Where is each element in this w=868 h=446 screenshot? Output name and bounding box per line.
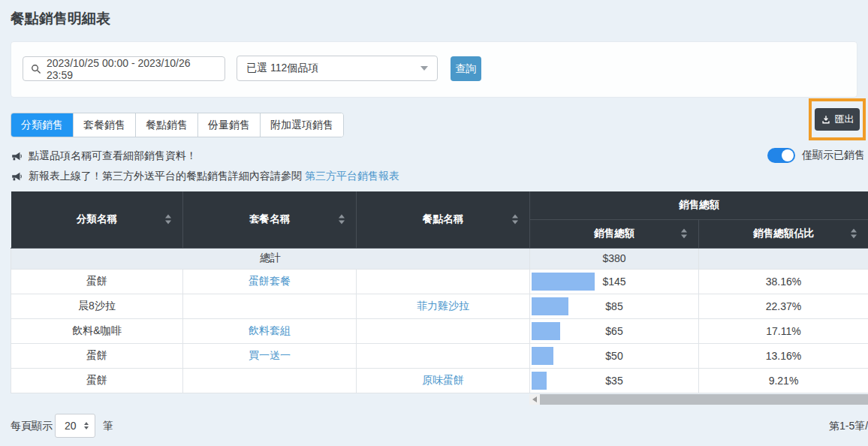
sales-table: 分類名稱 套餐名稱 餐點名稱 銷售總額 銷售總額 xyxy=(11,191,868,393)
cell-combo-link[interactable]: 蛋餅套餐 xyxy=(183,269,357,294)
cell-category: 蛋餅 xyxy=(11,343,183,368)
header-sales-group: 銷售總額 xyxy=(530,191,868,219)
sold-only-toggle[interactable] xyxy=(767,148,795,163)
notice-new-report-text: 新報表上線了！第三方外送平台的餐點銷售詳細內容請參閱 xyxy=(29,170,302,183)
cell-amount: $145 xyxy=(530,269,699,294)
cell-combo-link[interactable] xyxy=(183,368,357,393)
stepper-icon[interactable] xyxy=(84,422,89,429)
tab-category-sales[interactable]: 分類銷售 xyxy=(11,113,74,137)
report-tabs: 分類銷售 套餐銷售 餐點銷售 份量銷售 附加選項銷售 xyxy=(11,113,344,137)
tab-item-sales[interactable]: 餐點銷售 xyxy=(136,113,198,137)
cell-item-link[interactable]: 菲力雞沙拉 xyxy=(357,294,530,318)
sales-bar xyxy=(532,372,547,390)
table-row: 飲料&咖啡 飲料套組 $65 17.11% xyxy=(11,318,868,343)
tab-combo-sales[interactable]: 套餐銷售 xyxy=(74,113,136,137)
export-highlight-annotation: 匯出 xyxy=(809,98,866,140)
table-row: 蛋餅 蛋餅套餐 $145 38.16% xyxy=(11,269,868,294)
per-page-unit-label: 筆 xyxy=(103,420,113,433)
sort-icon[interactable] xyxy=(512,215,518,225)
table-total-row: 總計 $380 xyxy=(11,248,868,269)
cell-percent: 17.11% xyxy=(699,318,868,343)
per-page-select[interactable]: 20 xyxy=(55,414,95,438)
total-percent xyxy=(699,248,868,269)
cell-item-link[interactable]: 原味蛋餅 xyxy=(357,368,530,393)
header-category[interactable]: 分類名稱 xyxy=(11,191,183,248)
scrollbar-thumb[interactable] xyxy=(540,394,868,405)
sales-bar xyxy=(532,347,553,365)
download-icon xyxy=(821,114,831,125)
scrollbar-left-arrow-icon[interactable] xyxy=(529,394,540,405)
per-page-label: 每頁顯示 xyxy=(11,420,53,433)
sales-bar xyxy=(532,322,560,340)
cell-percent: 9.21% xyxy=(699,368,868,393)
cell-category: 蛋餅 xyxy=(11,269,183,294)
per-page-value: 20 xyxy=(65,420,77,432)
sort-icon[interactable] xyxy=(851,229,857,239)
cell-category: 蛋餅 xyxy=(11,368,183,393)
search-button[interactable]: 查詢 xyxy=(451,56,481,81)
cell-category: 飲料&咖啡 xyxy=(11,318,183,343)
cell-amount: $35 xyxy=(530,368,699,393)
sort-icon[interactable] xyxy=(681,229,687,239)
sold-only-toggle-row: 僅顯示已銷售 xyxy=(767,148,865,163)
sales-table-container: 分類名稱 套餐名稱 餐點名稱 銷售總額 銷售總額 xyxy=(11,191,868,409)
date-range-value: 2023/10/25 00:00 - 2023/10/26 23:59 xyxy=(47,57,217,81)
item-filter-value: 已選 112個品項 xyxy=(246,62,318,75)
sort-icon[interactable] xyxy=(165,215,171,225)
cell-item-link[interactable] xyxy=(357,318,530,343)
item-filter-select[interactable]: 已選 112個品項 xyxy=(237,56,438,81)
header-sales-total[interactable]: 銷售總額 xyxy=(530,219,699,248)
chevron-down-icon xyxy=(420,66,428,71)
sales-bar xyxy=(532,273,595,291)
cell-amount: $50 xyxy=(530,343,699,368)
cell-item-link[interactable] xyxy=(357,343,530,368)
notice-click-item-text: 點選品項名稱可查看細部銷售資料！ xyxy=(29,149,197,163)
notice-new-report: 新報表上線了！第三方外送平台的餐點銷售詳細內容請參閱 第三方平台銷售報表 xyxy=(11,170,399,183)
cell-combo-link[interactable] xyxy=(183,294,357,318)
total-label: 總計 xyxy=(11,248,530,269)
cell-percent: 13.16% xyxy=(699,343,868,368)
toggle-knob xyxy=(782,149,794,161)
cell-item-link[interactable] xyxy=(357,269,530,294)
table-row: 蛋餅 原味蛋餅 $35 9.21% xyxy=(11,368,868,393)
cell-combo-link[interactable]: 飲料套組 xyxy=(183,318,357,343)
header-item[interactable]: 餐點名稱 xyxy=(357,191,530,248)
export-button[interactable]: 匯出 xyxy=(815,108,860,131)
table-row: 晨8沙拉 菲力雞沙拉 $85 22.37% xyxy=(11,294,868,318)
pagination-range-label: 第1-5筆/共 xyxy=(829,420,868,433)
sold-only-toggle-label: 僅顯示已銷售 xyxy=(802,149,865,162)
cell-combo-link[interactable]: 買一送一 xyxy=(183,343,357,368)
cell-category: 晨8沙拉 xyxy=(11,294,183,318)
horizontal-scrollbar[interactable] xyxy=(529,394,868,405)
cell-percent: 22.37% xyxy=(699,294,868,318)
cell-percent: 38.16% xyxy=(699,269,868,294)
sales-bar xyxy=(532,297,568,315)
third-party-report-link[interactable]: 第三方平台銷售報表 xyxy=(305,170,399,183)
search-icon xyxy=(31,64,41,74)
table-row: 蛋餅 買一送一 $50 13.16% xyxy=(11,343,868,368)
export-button-label: 匯出 xyxy=(835,113,854,126)
header-combo[interactable]: 套餐名稱 xyxy=(183,191,357,248)
megaphone-icon xyxy=(11,150,23,162)
megaphone-icon xyxy=(11,170,23,182)
date-range-input[interactable]: 2023/10/25 00:00 - 2023/10/26 23:59 xyxy=(23,56,225,81)
tab-portion-sales[interactable]: 份量銷售 xyxy=(198,113,261,137)
cell-amount: $65 xyxy=(530,318,699,343)
notice-click-item: 點選品項名稱可查看細部銷售資料！ xyxy=(11,149,197,163)
header-sales-percent[interactable]: 銷售總額佔比 xyxy=(699,219,868,248)
sort-icon[interactable] xyxy=(339,215,345,225)
total-amount: $380 xyxy=(530,248,699,269)
page-title: 餐點銷售明細表 xyxy=(11,9,110,29)
cell-amount: $85 xyxy=(530,294,699,318)
tab-addon-sales[interactable]: 附加選項銷售 xyxy=(261,113,343,137)
